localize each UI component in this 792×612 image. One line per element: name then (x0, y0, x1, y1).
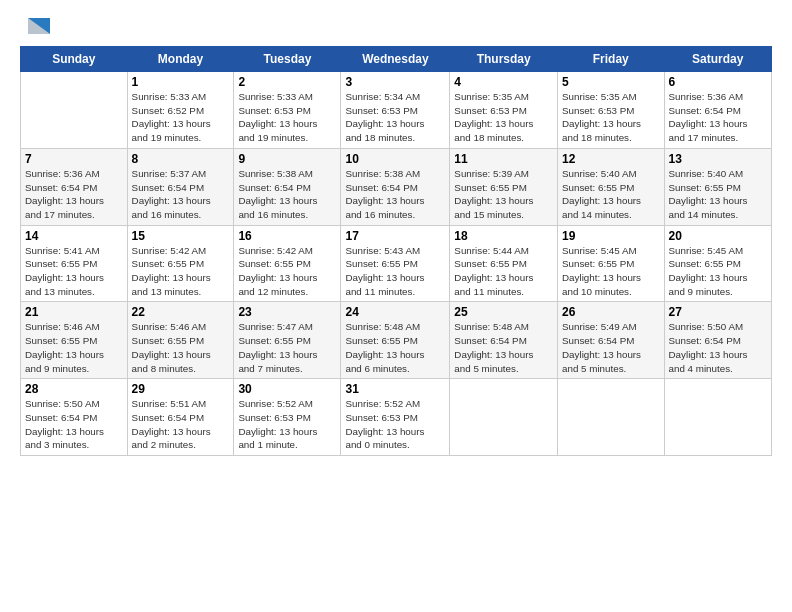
calendar-cell (664, 379, 771, 456)
calendar-cell: 16Sunrise: 5:42 AM Sunset: 6:55 PM Dayli… (234, 225, 341, 302)
weekday-header: Tuesday (234, 47, 341, 72)
calendar-cell: 19Sunrise: 5:45 AM Sunset: 6:55 PM Dayli… (558, 225, 665, 302)
day-number: 7 (25, 152, 123, 166)
day-number: 19 (562, 229, 660, 243)
calendar-cell: 12Sunrise: 5:40 AM Sunset: 6:55 PM Dayli… (558, 148, 665, 225)
calendar-cell: 17Sunrise: 5:43 AM Sunset: 6:55 PM Dayli… (341, 225, 450, 302)
day-number: 17 (345, 229, 445, 243)
day-info: Sunrise: 5:42 AM Sunset: 6:55 PM Dayligh… (238, 244, 336, 299)
weekday-header: Wednesday (341, 47, 450, 72)
calendar-cell: 8Sunrise: 5:37 AM Sunset: 6:54 PM Daylig… (127, 148, 234, 225)
day-info: Sunrise: 5:36 AM Sunset: 6:54 PM Dayligh… (25, 167, 123, 222)
day-number: 13 (669, 152, 767, 166)
day-number: 22 (132, 305, 230, 319)
day-info: Sunrise: 5:47 AM Sunset: 6:55 PM Dayligh… (238, 320, 336, 375)
day-info: Sunrise: 5:34 AM Sunset: 6:53 PM Dayligh… (345, 90, 445, 145)
day-info: Sunrise: 5:46 AM Sunset: 6:55 PM Dayligh… (132, 320, 230, 375)
calendar-cell: 10Sunrise: 5:38 AM Sunset: 6:54 PM Dayli… (341, 148, 450, 225)
calendar-cell: 27Sunrise: 5:50 AM Sunset: 6:54 PM Dayli… (664, 302, 771, 379)
day-number: 1 (132, 75, 230, 89)
day-info: Sunrise: 5:48 AM Sunset: 6:55 PM Dayligh… (345, 320, 445, 375)
day-info: Sunrise: 5:38 AM Sunset: 6:54 PM Dayligh… (345, 167, 445, 222)
day-info: Sunrise: 5:40 AM Sunset: 6:55 PM Dayligh… (669, 167, 767, 222)
day-info: Sunrise: 5:33 AM Sunset: 6:52 PM Dayligh… (132, 90, 230, 145)
day-number: 15 (132, 229, 230, 243)
calendar-cell: 13Sunrise: 5:40 AM Sunset: 6:55 PM Dayli… (664, 148, 771, 225)
day-info: Sunrise: 5:44 AM Sunset: 6:55 PM Dayligh… (454, 244, 553, 299)
calendar-week-row: 21Sunrise: 5:46 AM Sunset: 6:55 PM Dayli… (21, 302, 772, 379)
calendar-cell: 26Sunrise: 5:49 AM Sunset: 6:54 PM Dayli… (558, 302, 665, 379)
calendar-cell (21, 72, 128, 149)
day-number: 4 (454, 75, 553, 89)
day-info: Sunrise: 5:35 AM Sunset: 6:53 PM Dayligh… (454, 90, 553, 145)
day-number: 23 (238, 305, 336, 319)
day-info: Sunrise: 5:45 AM Sunset: 6:55 PM Dayligh… (669, 244, 767, 299)
day-info: Sunrise: 5:51 AM Sunset: 6:54 PM Dayligh… (132, 397, 230, 452)
calendar-week-row: 7Sunrise: 5:36 AM Sunset: 6:54 PM Daylig… (21, 148, 772, 225)
day-number: 21 (25, 305, 123, 319)
day-info: Sunrise: 5:36 AM Sunset: 6:54 PM Dayligh… (669, 90, 767, 145)
day-number: 11 (454, 152, 553, 166)
day-info: Sunrise: 5:33 AM Sunset: 6:53 PM Dayligh… (238, 90, 336, 145)
calendar-week-row: 28Sunrise: 5:50 AM Sunset: 6:54 PM Dayli… (21, 379, 772, 456)
calendar-cell: 5Sunrise: 5:35 AM Sunset: 6:53 PM Daylig… (558, 72, 665, 149)
day-number: 25 (454, 305, 553, 319)
logo (20, 18, 54, 36)
calendar-cell (558, 379, 665, 456)
calendar-cell: 6Sunrise: 5:36 AM Sunset: 6:54 PM Daylig… (664, 72, 771, 149)
calendar-cell: 24Sunrise: 5:48 AM Sunset: 6:55 PM Dayli… (341, 302, 450, 379)
day-number: 28 (25, 382, 123, 396)
calendar-cell: 4Sunrise: 5:35 AM Sunset: 6:53 PM Daylig… (450, 72, 558, 149)
day-info: Sunrise: 5:39 AM Sunset: 6:55 PM Dayligh… (454, 167, 553, 222)
weekday-header: Saturday (664, 47, 771, 72)
day-info: Sunrise: 5:42 AM Sunset: 6:55 PM Dayligh… (132, 244, 230, 299)
day-number: 14 (25, 229, 123, 243)
day-info: Sunrise: 5:35 AM Sunset: 6:53 PM Dayligh… (562, 90, 660, 145)
day-info: Sunrise: 5:52 AM Sunset: 6:53 PM Dayligh… (238, 397, 336, 452)
calendar-cell: 31Sunrise: 5:52 AM Sunset: 6:53 PM Dayli… (341, 379, 450, 456)
weekday-header: Monday (127, 47, 234, 72)
calendar-cell: 15Sunrise: 5:42 AM Sunset: 6:55 PM Dayli… (127, 225, 234, 302)
day-info: Sunrise: 5:38 AM Sunset: 6:54 PM Dayligh… (238, 167, 336, 222)
logo-icon (22, 14, 54, 42)
day-info: Sunrise: 5:40 AM Sunset: 6:55 PM Dayligh… (562, 167, 660, 222)
weekday-header: Thursday (450, 47, 558, 72)
calendar-cell: 1Sunrise: 5:33 AM Sunset: 6:52 PM Daylig… (127, 72, 234, 149)
day-info: Sunrise: 5:48 AM Sunset: 6:54 PM Dayligh… (454, 320, 553, 375)
day-info: Sunrise: 5:45 AM Sunset: 6:55 PM Dayligh… (562, 244, 660, 299)
day-info: Sunrise: 5:37 AM Sunset: 6:54 PM Dayligh… (132, 167, 230, 222)
day-number: 8 (132, 152, 230, 166)
day-number: 5 (562, 75, 660, 89)
calendar-cell: 25Sunrise: 5:48 AM Sunset: 6:54 PM Dayli… (450, 302, 558, 379)
day-info: Sunrise: 5:41 AM Sunset: 6:55 PM Dayligh… (25, 244, 123, 299)
day-number: 12 (562, 152, 660, 166)
day-number: 10 (345, 152, 445, 166)
page: SundayMondayTuesdayWednesdayThursdayFrid… (0, 0, 792, 466)
calendar-cell: 3Sunrise: 5:34 AM Sunset: 6:53 PM Daylig… (341, 72, 450, 149)
calendar: SundayMondayTuesdayWednesdayThursdayFrid… (20, 46, 772, 456)
day-info: Sunrise: 5:52 AM Sunset: 6:53 PM Dayligh… (345, 397, 445, 452)
calendar-cell (450, 379, 558, 456)
weekday-header: Friday (558, 47, 665, 72)
day-number: 16 (238, 229, 336, 243)
day-number: 27 (669, 305, 767, 319)
day-number: 2 (238, 75, 336, 89)
calendar-cell: 23Sunrise: 5:47 AM Sunset: 6:55 PM Dayli… (234, 302, 341, 379)
day-info: Sunrise: 5:46 AM Sunset: 6:55 PM Dayligh… (25, 320, 123, 375)
day-number: 29 (132, 382, 230, 396)
calendar-cell: 18Sunrise: 5:44 AM Sunset: 6:55 PM Dayli… (450, 225, 558, 302)
calendar-cell: 14Sunrise: 5:41 AM Sunset: 6:55 PM Dayli… (21, 225, 128, 302)
day-number: 3 (345, 75, 445, 89)
day-info: Sunrise: 5:49 AM Sunset: 6:54 PM Dayligh… (562, 320, 660, 375)
day-info: Sunrise: 5:50 AM Sunset: 6:54 PM Dayligh… (25, 397, 123, 452)
calendar-week-row: 1Sunrise: 5:33 AM Sunset: 6:52 PM Daylig… (21, 72, 772, 149)
day-number: 18 (454, 229, 553, 243)
calendar-cell: 29Sunrise: 5:51 AM Sunset: 6:54 PM Dayli… (127, 379, 234, 456)
calendar-body: 1Sunrise: 5:33 AM Sunset: 6:52 PM Daylig… (21, 72, 772, 456)
calendar-cell: 11Sunrise: 5:39 AM Sunset: 6:55 PM Dayli… (450, 148, 558, 225)
day-number: 26 (562, 305, 660, 319)
calendar-header-row: SundayMondayTuesdayWednesdayThursdayFrid… (21, 47, 772, 72)
calendar-cell: 28Sunrise: 5:50 AM Sunset: 6:54 PM Dayli… (21, 379, 128, 456)
day-number: 31 (345, 382, 445, 396)
day-number: 24 (345, 305, 445, 319)
